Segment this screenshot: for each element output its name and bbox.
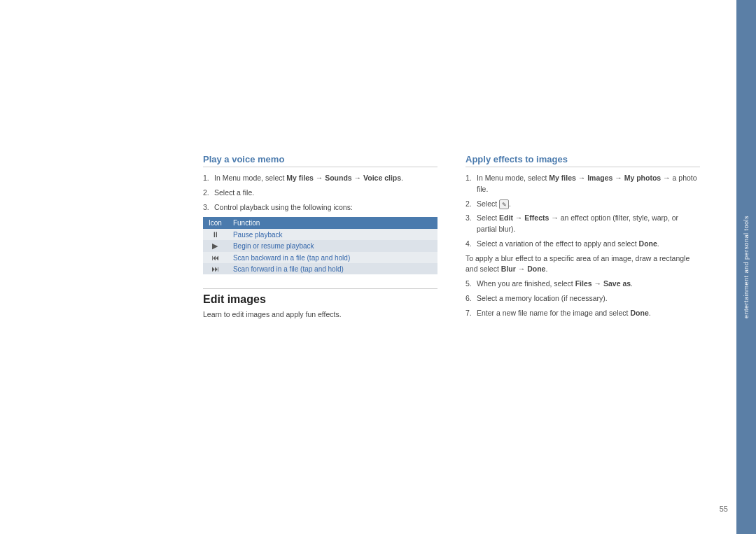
apply-step-2: Select ✎. (465, 199, 700, 210)
apply-step-4: Select a variation of the effect to appl… (465, 239, 700, 250)
apply-step-3: Select Edit → Effects → an effect option… (465, 213, 700, 235)
table-row: ⏸ Pause playback (203, 229, 438, 240)
playback-icon-table: Icon Function ⏸ Pause playback (203, 217, 438, 274)
function-cell-play: Begin or resume playback (227, 240, 438, 252)
play-voice-memo-steps: In Menu mode, select My files → Sounds →… (203, 173, 438, 213)
edit-images-title: Edit images (203, 293, 438, 306)
apply-step-1: In Menu mode, select My files → Images →… (465, 173, 700, 195)
icon-cell-pause: ⏸ (203, 229, 227, 240)
apply-step-7: Enter a new file name for the image and … (465, 308, 700, 319)
forward-icon: ⏭ (211, 265, 219, 273)
page-container: entertainment and personal tools Play a … (0, 0, 756, 534)
apply-step-6: Select a memory location (if necessary). (465, 293, 700, 304)
table-row: ⏮ Scan backward in a file (tap and hold) (203, 252, 438, 263)
play-icon: ▶ (212, 241, 218, 250)
columns-layout: Play a voice memo In Menu mode, select M… (203, 154, 700, 322)
icon-cell-forward: ⏭ (203, 263, 227, 274)
play-voice-memo-title: Play a voice memo (203, 154, 438, 167)
table-header-function: Function (227, 217, 438, 229)
main-content: Play a voice memo In Menu mode, select M… (203, 154, 735, 322)
step-2: Select a file. (203, 188, 438, 199)
edit-images-desc: Learn to edit images and apply fun effec… (203, 310, 438, 318)
right-sidebar: entertainment and personal tools (736, 0, 756, 534)
apply-effects-steps: In Menu mode, select My files → Images →… (465, 173, 700, 250)
right-column: Apply effects to images In Menu mode, se… (465, 154, 700, 322)
pause-icon: ⏸ (211, 230, 219, 239)
blur-note: To apply a blur effect to a specific are… (465, 253, 700, 276)
table-row: ▶ Begin or resume playback (203, 240, 438, 252)
play-voice-memo-section: Play a voice memo In Menu mode, select M… (203, 154, 438, 274)
apply-step-5: When you are finished, select Files → Sa… (465, 279, 700, 290)
apply-effects-title: Apply effects to images (465, 154, 700, 167)
icon-cell-rewind: ⏮ (203, 252, 227, 263)
function-cell-pause: Pause playback (227, 229, 438, 240)
apply-effects-steps-continued: When you are finished, select Files → Sa… (465, 279, 700, 318)
edit-images-section: Edit images Learn to edit images and app… (203, 288, 438, 318)
table-header-row: Icon Function (203, 217, 438, 229)
function-cell-rewind: Scan backward in a file (tap and hold) (227, 252, 438, 263)
edit-icon: ✎ (499, 199, 509, 209)
function-cell-forward: Scan forward in a file (tap and hold) (227, 263, 438, 274)
icon-cell-play: ▶ (203, 240, 227, 252)
sidebar-label: entertainment and personal tools (743, 216, 750, 318)
table-header-icon: Icon (203, 217, 227, 229)
sidebar-tab: entertainment and personal tools (736, 0, 756, 534)
left-column: Play a voice memo In Menu mode, select M… (203, 154, 438, 322)
page-number: 55 (720, 505, 728, 513)
step-1: In Menu mode, select My files → Sounds →… (203, 173, 438, 184)
table-row: ⏭ Scan forward in a file (tap and hold) (203, 263, 438, 274)
rewind-icon: ⏮ (211, 253, 219, 262)
step-3: Control playback using the following ico… (203, 202, 438, 213)
apply-effects-section: Apply effects to images In Menu mode, se… (465, 154, 700, 318)
